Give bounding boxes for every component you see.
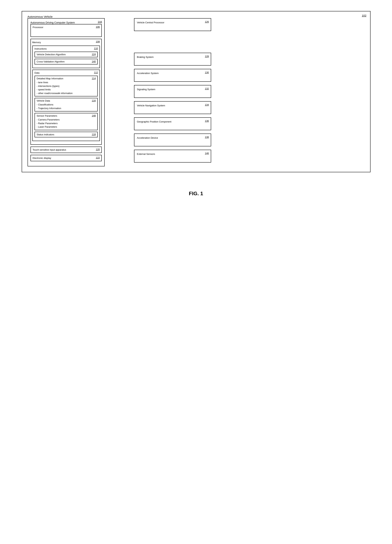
right-box-label-1: Braking System [137, 56, 154, 58]
right-box-label-4: Vehicle Navigation System [137, 104, 165, 107]
electronic-display-label: Electronic display [33, 157, 51, 160]
vehicle-data-list: - Classifications - Trajectory Informati… [37, 103, 95, 110]
diagram-columns: Autonomous Driving Computer System 144 P… [28, 18, 365, 166]
detailed-map-item-2: - intersections (types) [37, 84, 95, 88]
cross-validation-label: Cross-Validation Algorithm [37, 60, 65, 63]
right-box-ref-2: 130 [205, 71, 209, 74]
right-box-1: Braking System 128 [134, 53, 211, 65]
right-box-label-5: Geographic Position Component [137, 120, 171, 123]
touch-input-box: Touch-sensitive input apparatus 120 [30, 147, 102, 153]
vehicle-data-item-2: - Trajectory Information [37, 106, 95, 110]
status-indicators-label: Status indicators [37, 133, 54, 136]
right-box-0: Vehicle Central Processor 126 [134, 18, 211, 31]
vehicle-detection-box: Vehicle Detection Algorithm 124 [35, 52, 98, 57]
electronic-display-ref: 122 [96, 156, 100, 159]
left-column: Autonomous Driving Computer System 144 P… [28, 18, 105, 166]
vehicle-data-label: Vehicle Data [37, 99, 50, 102]
sensor-params-label: Sensor Parameters [37, 114, 57, 117]
right-box-ref-1: 128 [205, 55, 209, 58]
sensor-params-item-1: - Camera Parameters [37, 118, 95, 122]
touch-input-ref: 120 [96, 148, 100, 151]
memory-label: Memory [32, 41, 41, 44]
instructions-ref: 110 [94, 47, 98, 50]
right-box-label-6: Acceleration Device [137, 136, 158, 139]
outer-label: Autonomous Vehicle [28, 15, 53, 18]
right-box-label-0: Vehicle Central Processor [137, 21, 164, 24]
right-box-6: Acceleration Device 138 [134, 134, 211, 146]
processor-ref: 106 [96, 25, 100, 28]
diagram-area: Autonomous Vehicle 102 Autonomous Drivin… [22, 11, 370, 172]
right-box-label-3: Signaling System [137, 88, 155, 91]
right-box-5: Geographic Position Component 136 [134, 117, 211, 130]
right-box-ref-7: 146 [205, 152, 209, 155]
sensor-params-list: - Camera Parameters - Radar Parameters -… [37, 118, 95, 129]
detailed-map-box: Detailed Map Information 114 - lane line… [35, 76, 98, 96]
right-box-ref-3: 132 [205, 87, 209, 90]
electronic-display-box: Electronic display 122 [30, 155, 102, 161]
page-container: Autonomous Vehicle 102 Autonomous Drivin… [22, 11, 370, 196]
vehicle-data-box: Vehicle Data 116 - Classifications - Tra… [35, 98, 98, 112]
detailed-map-item-1: - lane lines [37, 81, 95, 84]
sensor-params-item-2: - Radar Parameters [37, 122, 95, 125]
right-box-ref-5: 136 [205, 119, 209, 122]
right-box-ref-0: 126 [205, 20, 209, 23]
cross-validation-ref: 140 [92, 60, 96, 63]
sensor-params-ref: 148 [92, 114, 96, 117]
left-column-ref: 144 [98, 20, 102, 23]
data-ref: 112 [94, 71, 98, 74]
detailed-map-label: Detailed Map Information [37, 77, 63, 80]
status-indicators-ref: 118 [92, 133, 96, 136]
right-box-4: Vehicle Navigation System 134 [134, 101, 211, 114]
vehicle-detection-label: Vehicle Detection Algorithm [37, 53, 66, 56]
right-column: Vehicle Central Processor 126 Braking Sy… [134, 18, 211, 163]
cross-validation-box: Cross-Validation Algorithm 140 [35, 59, 98, 65]
detailed-map-item-4: - other road/crosswalk information [37, 91, 95, 95]
instructions-label: Instructions [35, 47, 47, 50]
right-box-label-7: External Sensors [137, 153, 155, 155]
instructions-block: Instructions 110 Vehicle Detection Algor… [32, 46, 100, 68]
data-block: Data 112 Detailed Map Information 114 - … [32, 70, 100, 141]
sensor-params-box: Sensor Parameters 148 - Camera Parameter… [35, 113, 98, 130]
sensor-params-item-3: - Laser Parameters [37, 125, 95, 129]
vehicle-data-item-1: - Classifications [37, 103, 95, 106]
left-column-label: Autonomous Driving Computer System [30, 21, 75, 24]
memory-box: Memory 108 Instructions 110 Vehicle Dete… [30, 39, 102, 145]
touch-input-label: Touch-sensitive input apparatus [33, 148, 66, 151]
right-box-label-2: Acceleration System [137, 72, 159, 75]
processor-label: Processor [33, 26, 43, 29]
processor-box: Processor 106 [30, 24, 102, 37]
data-label: Data [35, 71, 40, 74]
right-box-ref-4: 134 [205, 103, 209, 106]
outer-ref: 102 [362, 14, 366, 17]
status-indicators-box: Status indicators 118 [35, 132, 98, 137]
right-box-2: Acceleration System 130 [134, 69, 211, 82]
vehicle-data-ref: 116 [92, 99, 96, 102]
vehicle-detection-ref: 124 [92, 53, 96, 56]
detailed-map-item-3: - speed limits [37, 88, 95, 91]
detailed-map-list: - lane lines - intersections (types) - s… [37, 81, 95, 95]
right-box-7: External Sensors 146 [134, 150, 211, 163]
right-box-ref-6: 138 [205, 136, 209, 138]
fig-label: FIG. 1 [189, 191, 203, 196]
detailed-map-ref: 114 [92, 77, 96, 80]
memory-ref: 108 [96, 40, 100, 43]
right-box-3: Signaling System 132 [134, 85, 211, 98]
